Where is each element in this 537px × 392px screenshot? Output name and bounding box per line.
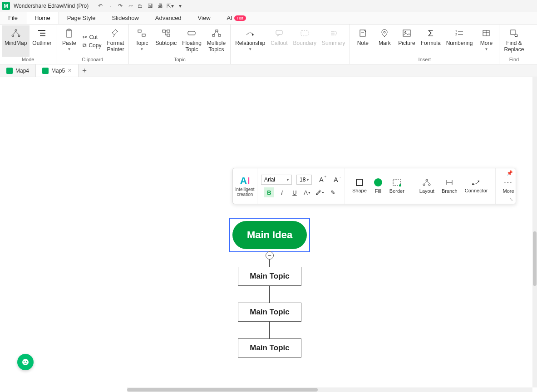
fill-button[interactable]: Fill (370, 178, 386, 194)
picture-button[interactable]: Picture (395, 25, 418, 57)
increase-font-button[interactable]: A+ (316, 175, 326, 185)
font-family-select[interactable]: Arial▼ (261, 175, 292, 185)
topic-node-2[interactable]: Main Topic (238, 303, 301, 322)
underline-button[interactable]: U (290, 187, 300, 197)
mindmap-button[interactable]: MindMap (2, 25, 30, 57)
relationship-group-label (232, 57, 348, 64)
floating-topic-icon (187, 27, 197, 39)
menu-advanced[interactable]: Advanced (147, 12, 190, 24)
italic-button[interactable]: I (277, 187, 287, 197)
open-icon[interactable]: 🗀 (137, 2, 144, 10)
fill-label: Fill (375, 188, 381, 194)
formula-button[interactable]: Σ Formula (418, 25, 443, 57)
paste-label: Paste (62, 40, 76, 46)
pin-icon[interactable]: 📌 (507, 170, 513, 176)
svg-text:2: 2 (455, 33, 457, 36)
clear-format-button[interactable]: ✎ (328, 187, 338, 197)
svg-rect-11 (138, 30, 141, 32)
vertical-scroll-thumb[interactable] (533, 231, 537, 286)
insert-more-dropdown-icon[interactable]: ▼ (484, 47, 488, 51)
ai-label: intelligent creation (235, 187, 254, 197)
subtopic-button[interactable]: Subtopic (153, 25, 179, 57)
svg-point-49 (426, 179, 428, 181)
paste-button[interactable]: Paste ▼ (58, 25, 80, 57)
relationship-button[interactable]: Relationship ▼ (232, 25, 268, 57)
menu-file[interactable]: File (0, 12, 26, 24)
assistant-button[interactable] (17, 354, 34, 370)
copy-button[interactable]: ⧉Copy (80, 41, 104, 49)
decrease-font-button[interactable]: A- (331, 175, 341, 185)
mark-button[interactable]: Mark (374, 25, 395, 57)
qat-customize-icon[interactable]: ▾ (177, 2, 184, 10)
relationship-dropdown-icon[interactable]: ▼ (248, 47, 252, 51)
save-icon[interactable]: 🖫 (147, 2, 154, 10)
topic-node-1[interactable]: Main Topic (238, 267, 301, 286)
topic-node-3[interactable]: Main Topic (238, 338, 301, 358)
main-idea-node[interactable]: Main Idea (232, 221, 307, 249)
print-icon[interactable]: 🖶 (157, 2, 164, 10)
topic-dropdown-icon[interactable]: ▼ (140, 47, 143, 51)
font-family-value: Arial (264, 176, 275, 183)
close-tab-icon[interactable]: ✕ (68, 68, 72, 74)
chevron-down-icon: ▼ (306, 178, 310, 182)
svg-point-2 (18, 35, 20, 37)
vertical-scrollbar[interactable] (532, 77, 537, 387)
font-color-button[interactable]: A▼ (302, 187, 312, 197)
doc-icon (42, 68, 49, 74)
shape-icon (356, 179, 363, 186)
topic-button[interactable]: Topic ▼ (131, 25, 153, 57)
ribbon-group-insert: Note Mark Picture Σ Formula 12 Numbering… (350, 24, 499, 64)
tab-map4[interactable]: Map4 (0, 64, 36, 77)
highlight-button[interactable]: 🖉▼ (315, 187, 325, 197)
new-doc-icon[interactable]: ▱ (127, 2, 134, 10)
border-button[interactable]: Border (386, 178, 408, 194)
numbering-icon: 12 (455, 27, 464, 39)
floating-topic-button[interactable]: Floating Topic (179, 25, 204, 57)
cut-button[interactable]: ✂Cut (80, 33, 104, 41)
border-label: Border (389, 188, 404, 194)
ai-creation-button[interactable]: AI intelligent creation (233, 168, 257, 204)
qat-separator: · (107, 2, 114, 10)
toolbar-more-button[interactable]: ··· More (499, 178, 518, 194)
outliner-button[interactable]: Outliner (30, 25, 54, 57)
format-painter-icon (111, 27, 119, 39)
add-tab-button[interactable]: ＋ (79, 64, 90, 77)
svg-point-1 (12, 35, 14, 37)
menu-page-style[interactable]: Page Style (59, 12, 104, 24)
note-button[interactable]: Note (352, 25, 374, 57)
layout-button[interactable]: Layout (416, 178, 438, 194)
font-size-select[interactable]: 18▼ (296, 175, 312, 185)
multiple-topics-button[interactable]: Multiple Topics (204, 25, 228, 57)
shape-button[interactable]: Shape (349, 179, 370, 193)
note-icon (359, 27, 367, 39)
connector-line (269, 322, 270, 338)
chevron-down-icon: ▼ (286, 178, 290, 182)
menu-ai[interactable]: AI Hot (219, 12, 254, 24)
menu-view[interactable]: View (190, 12, 219, 24)
connector-button[interactable]: Connector (461, 179, 492, 193)
menu-home[interactable]: Home (26, 12, 59, 24)
bold-button[interactable]: B (264, 187, 274, 197)
menu-slideshow[interactable]: Slideshow (104, 12, 147, 24)
ribbon-group-mode: MindMap Outliner Mode (0, 24, 56, 64)
horizontal-scroll-thumb[interactable] (127, 388, 318, 392)
cut-icon: ✂ (83, 34, 87, 40)
paste-dropdown-icon[interactable]: ▼ (67, 47, 71, 51)
svg-point-56 (22, 359, 29, 365)
ribbon-group-relationship: Relationship ▼ Callout Boundary Summary (231, 24, 350, 64)
undo-icon[interactable]: ↶ (97, 2, 104, 10)
numbering-button[interactable]: 12 Numbering (443, 25, 476, 57)
branch-button[interactable]: Branch (438, 178, 461, 194)
expand-icon[interactable]: ⤡ (509, 197, 513, 202)
redo-icon[interactable]: ↷ (117, 2, 124, 10)
tab-map5[interactable]: Map5 ✕ (36, 64, 79, 77)
svg-point-48 (399, 184, 401, 186)
boundary-label: Boundary (293, 40, 316, 46)
find-replace-button[interactable]: Find & Replace (501, 25, 527, 57)
format-painter-button[interactable]: Format Painter (104, 25, 127, 57)
export-icon[interactable]: ⇱▾ (167, 2, 174, 10)
collapse-handle[interactable]: − (266, 251, 274, 260)
horizontal-scrollbar[interactable] (127, 387, 532, 392)
svg-line-4 (16, 31, 19, 35)
insert-more-button[interactable]: More ▼ (475, 25, 497, 57)
